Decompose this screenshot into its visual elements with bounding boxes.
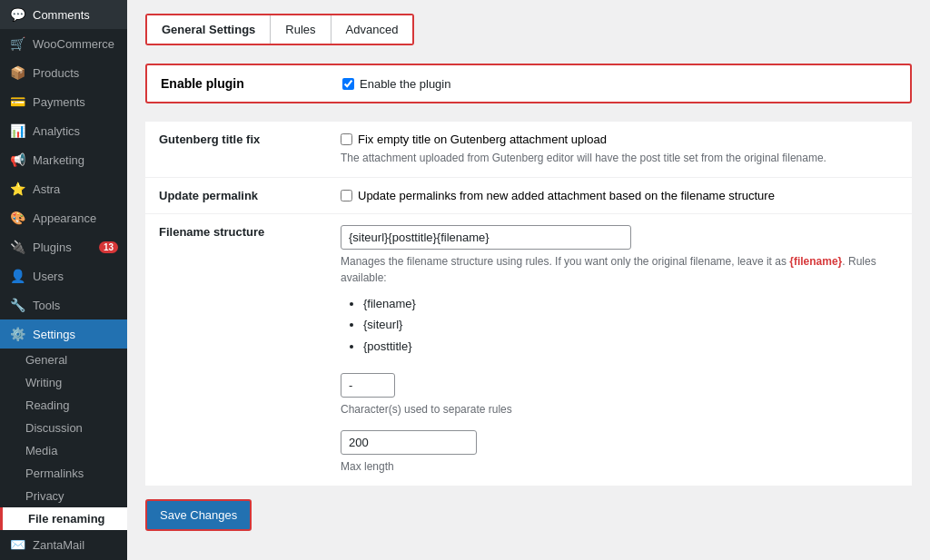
comments-icon: 💬 xyxy=(9,7,25,22)
sidebar-item-zantamail[interactable]: ✉️ ZantaMail xyxy=(0,530,127,559)
sidebar-item-label: Payments xyxy=(33,95,118,109)
sidebar-item-tools[interactable]: 🔧 Tools xyxy=(0,290,127,319)
update-permalink-checkbox-label: Update permalinks from new added attachm… xyxy=(358,189,775,202)
sidebar-item-settings[interactable]: ⚙️ Settings xyxy=(0,319,127,349)
submenu-permalinks[interactable]: Permalinks xyxy=(0,462,127,485)
submenu-general[interactable]: General xyxy=(0,349,127,371)
sidebar-item-label: Tools xyxy=(33,299,118,312)
marketing-icon: 📢 xyxy=(9,152,25,167)
sidebar-item-analytics[interactable]: 📊 Analytics xyxy=(0,116,127,145)
table-row: Update permalink Update permalinks from … xyxy=(145,178,912,214)
filename-structure-label: Filename structure xyxy=(145,214,327,486)
main-content: General Settings Rules Advanced Enable p… xyxy=(127,0,930,560)
sidebar-item-appearance[interactable]: 🎨 Appearance xyxy=(0,203,127,232)
table-row: Filename structure {siteurl}{posttitle}{… xyxy=(145,214,912,486)
astra-icon: ⭐ xyxy=(9,182,25,196)
settings-table: Gutenberg title fix Fix empty title on G… xyxy=(145,122,912,486)
max-length-section: 200 Max length xyxy=(341,430,898,475)
sidebar-item-comments[interactable]: 💬 Comments xyxy=(0,0,127,29)
sidebar-item-marketing[interactable]: 📢 Marketing xyxy=(0,145,127,174)
sidebar-item-label: Astra xyxy=(33,182,118,196)
sidebar-item-label: ZantaMail xyxy=(33,538,118,552)
filename-highlight: {filename} xyxy=(789,255,842,268)
sidebar-item-label: Plugins xyxy=(33,241,92,254)
sidebar-item-label: Settings xyxy=(33,328,118,341)
filename-structure-control: {siteurl}{posttitle}{filename} Manages t… xyxy=(327,214,912,486)
sidebar-item-woocommerce[interactable]: 🛒 WooCommerce xyxy=(0,29,127,58)
gutenberg-title-fix-description: The attachment uploaded from Gutenberg e… xyxy=(341,150,898,166)
analytics-icon: 📊 xyxy=(9,123,25,138)
table-row: Gutenberg title fix Fix empty title on G… xyxy=(145,122,912,178)
settings-icon: ⚙️ xyxy=(9,327,25,341)
tab-rules[interactable]: Rules xyxy=(271,15,331,44)
separator-label: Character(s) used to separate rules xyxy=(341,401,898,418)
max-length-input[interactable]: 200 xyxy=(341,430,477,455)
users-icon: 👤 xyxy=(9,269,25,283)
plugins-badge: 13 xyxy=(99,241,118,253)
filename-structure-input[interactable]: {siteurl}{posttitle}{filename} xyxy=(341,225,631,250)
sidebar-item-users[interactable]: 👤 Users xyxy=(0,261,127,290)
update-permalink-label: Update permalink xyxy=(145,178,327,214)
sidebar-item-label: Marketing xyxy=(33,153,118,167)
submenu-media[interactable]: Media xyxy=(0,439,127,462)
filename-structure-description: Manages the filename structure using rul… xyxy=(341,253,898,286)
save-changes-button[interactable]: Save Changes xyxy=(145,499,252,531)
gutenberg-title-fix-label: Gutenberg title fix xyxy=(145,122,327,178)
sidebar-item-label: Products xyxy=(33,66,118,80)
list-item: {filename} xyxy=(363,293,898,314)
sidebar-item-label: Appearance xyxy=(33,211,118,225)
tools-icon: 🔧 xyxy=(9,298,25,312)
zantamail-icon: ✉️ xyxy=(9,537,25,552)
tab-advanced[interactable]: Advanced xyxy=(331,15,413,44)
enable-plugin-control: Enable the plugin xyxy=(342,77,450,91)
submenu-privacy[interactable]: Privacy xyxy=(0,485,127,507)
sidebar-item-label: Users xyxy=(33,270,118,283)
list-item: {siteurl} xyxy=(363,314,898,335)
filename-rules-list: {filename} {siteurl} {posttitle} xyxy=(341,293,898,357)
list-item: {posttitle} xyxy=(363,336,898,357)
gutenberg-title-fix-checkbox[interactable] xyxy=(341,133,352,145)
sidebar-item-label: Analytics xyxy=(33,124,118,138)
update-permalink-checkbox[interactable] xyxy=(341,190,352,201)
enable-plugin-row: Enable plugin Enable the plugin xyxy=(145,64,912,103)
separator-section: - Character(s) used to separate rules xyxy=(341,373,898,418)
plugins-icon: 🔌 xyxy=(9,240,25,254)
enable-plugin-checkbox[interactable] xyxy=(342,78,354,90)
gutenberg-title-fix-checkbox-label: Fix empty title on Gutenberg attachment … xyxy=(358,133,607,146)
sidebar-item-label: WooCommerce xyxy=(33,37,118,51)
sidebar: 💬 Comments 🛒 WooCommerce 📦 Products 💳 Pa… xyxy=(0,0,127,560)
tab-general-settings[interactable]: General Settings xyxy=(147,15,271,44)
separator-input[interactable]: - xyxy=(341,373,395,398)
sidebar-item-products[interactable]: 📦 Products xyxy=(0,58,127,87)
max-length-label: Max length xyxy=(341,458,898,475)
submenu-file-renaming[interactable]: File renaming xyxy=(0,507,127,530)
products-icon: 📦 xyxy=(9,65,25,80)
payments-icon: 💳 xyxy=(9,94,25,109)
tab-bar: General Settings Rules Advanced xyxy=(145,14,414,45)
sidebar-item-label: Comments xyxy=(33,8,118,22)
submenu-reading[interactable]: Reading xyxy=(0,394,127,417)
sidebar-item-payments[interactable]: 💳 Payments xyxy=(0,87,127,116)
enable-plugin-label: Enable plugin xyxy=(161,76,342,91)
save-button-wrap: Save Changes xyxy=(145,499,912,531)
enable-plugin-checkbox-label: Enable the plugin xyxy=(360,77,450,91)
submenu-writing[interactable]: Writing xyxy=(0,371,127,394)
settings-submenu: General Writing Reading Discussion Media… xyxy=(0,349,127,530)
submenu-discussion[interactable]: Discussion xyxy=(0,417,127,439)
gutenberg-title-fix-control: Fix empty title on Gutenberg attachment … xyxy=(327,122,912,178)
woocommerce-icon: 🛒 xyxy=(9,36,25,51)
appearance-icon: 🎨 xyxy=(9,211,25,225)
sidebar-item-plugins[interactable]: 🔌 Plugins 13 xyxy=(0,232,127,261)
update-permalink-control: Update permalinks from new added attachm… xyxy=(327,178,912,214)
sidebar-item-astra[interactable]: ⭐ Astra xyxy=(0,174,127,203)
